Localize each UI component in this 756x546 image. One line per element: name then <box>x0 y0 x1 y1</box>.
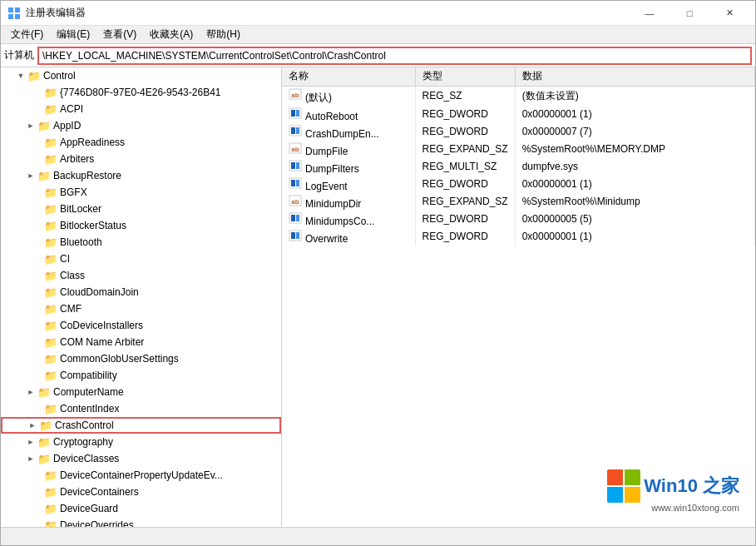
value-data: 0x00000005 (5) <box>515 211 754 228</box>
tree-item-control[interactable]: ▼ 📁 Control <box>1 67 281 84</box>
svg-rect-19 <box>296 180 299 186</box>
tree-item-appreadiness[interactable]: 📁 AppReadiness <box>1 134 281 151</box>
tree-item-class[interactable]: 📁 Class <box>1 267 281 284</box>
menu-favorites[interactable]: 收藏夹(A) <box>143 26 200 43</box>
tree-item-compatibility[interactable]: 📁 Compatibility <box>1 367 281 384</box>
tree-item-acpi[interactable]: 📁 ACPI <box>1 101 281 117</box>
reg-type-icon <box>289 211 302 225</box>
window: 注册表编辑器 — □ ✕ 文件(F) 编辑(E) 查看(V) 收藏夹(A) 帮助… <box>0 0 756 546</box>
tree-item-clouddomainjoin[interactable]: 📁 CloudDomainJoin <box>1 284 281 300</box>
folder-icon: 📁 <box>44 269 57 282</box>
table-row[interactable]: ab(默认)REG_SZ(数值未设置) <box>282 86 755 106</box>
reg-type-icon: ab <box>289 194 302 207</box>
folder-icon: 📁 <box>27 69 41 82</box>
expand-deviceclasses[interactable]: ► <box>24 452 37 465</box>
tree-item-commonglobusersettings[interactable]: 📁 CommonGlobUserSettings <box>1 350 281 367</box>
minimize-button[interactable]: — <box>630 1 669 26</box>
menu-help[interactable]: 帮助(H) <box>200 26 247 43</box>
folder-icon: 📁 <box>44 86 57 99</box>
folder-icon: 📁 <box>44 186 57 199</box>
tree-item-deviceclasses[interactable]: ► 📁 DeviceClasses <box>1 450 281 467</box>
tree-item-bgfx[interactable]: 📁 BGFX <box>1 184 281 201</box>
tree-item-devicecontainerpropertyupdate[interactable]: 📁 DeviceContainerPropertyUpdateEv... <box>1 467 281 484</box>
tree-label: ContentIndex <box>60 403 119 414</box>
address-input[interactable] <box>37 47 752 65</box>
value-type: REG_DWORD <box>415 106 515 123</box>
expand-backuprestore[interactable]: ► <box>24 169 37 182</box>
folder-icon: 📁 <box>37 385 51 399</box>
tree-label: Control <box>43 70 76 82</box>
tree-item-cryptography[interactable]: ► 📁 Cryptography <box>1 434 281 450</box>
tree-item-crashcontrol[interactable]: ► 📁 CrashControl <box>1 417 281 434</box>
menu-edit[interactable]: 编辑(E) <box>50 26 96 43</box>
expand-computername[interactable]: ► <box>24 385 37 399</box>
tree-label: Bluetooth <box>60 236 102 248</box>
value-data: %SystemRoot%\MEMORY.DMP <box>515 141 754 158</box>
svg-rect-7 <box>291 110 295 117</box>
tree-item-appid[interactable]: ► 📁 AppID <box>1 117 281 134</box>
value-name-text: Overwrite <box>305 233 348 245</box>
tree-item-comnamearbiter[interactable]: 📁 COM Name Arbiter <box>1 334 281 350</box>
svg-text:ab: ab <box>291 146 299 153</box>
tree-item-bluetooth[interactable]: 📁 Bluetooth <box>1 234 281 251</box>
table-row[interactable]: CrashDumpEn...REG_DWORD0x00000007 (7) <box>282 123 755 141</box>
value-type: REG_MULTI_SZ <box>415 158 515 176</box>
tree-label: DeviceOverrides <box>60 519 134 527</box>
tree-item-contentindex[interactable]: 📁 ContentIndex <box>1 400 281 417</box>
value-data: (数值未设置) <box>515 86 754 106</box>
value-data: %SystemRoot%\Minidump <box>515 193 754 211</box>
expand-cryptography[interactable]: ► <box>24 435 37 449</box>
svg-rect-15 <box>291 162 295 169</box>
table-row[interactable]: abMinidumpDirREG_EXPAND_SZ%SystemRoot%\M… <box>282 193 755 211</box>
tree-item-computername[interactable]: ► 📁 ComputerName <box>1 384 281 400</box>
table-row[interactable]: abDumpFileREG_EXPAND_SZ%SystemRoot%\MEMO… <box>282 141 755 158</box>
expand-appid[interactable]: ► <box>24 119 37 132</box>
value-name-text: MinidumpDir <box>305 198 361 210</box>
tree-item-bitlockerstatus[interactable]: 📁 BitlockerStatus <box>1 217 281 234</box>
svg-rect-1 <box>15 7 20 12</box>
tree-label: DeviceContainerPropertyUpdateEv... <box>60 469 223 481</box>
tree-item-cmf[interactable]: 📁 CMF <box>1 300 281 317</box>
tree-label: ACPI <box>60 103 83 115</box>
tree-label: COM Name Arbiter <box>60 336 144 348</box>
folder-icon: 📁 <box>44 236 57 249</box>
table-row[interactable]: AutoRebootREG_DWORD0x00000001 (1) <box>282 106 755 123</box>
folder-icon: 📁 <box>44 252 57 266</box>
tree-pane[interactable]: ▼ 📁 Control 📁 {7746D80F-97E0-4E26-9543-2… <box>1 67 282 527</box>
tree-label: Cryptography <box>53 436 113 448</box>
tree-label: BGFX <box>60 186 87 198</box>
tree-label: Arbiters <box>60 153 94 165</box>
tree-item-bitlocker[interactable]: 📁 BitLocker <box>1 201 281 217</box>
close-button[interactable]: ✕ <box>710 1 749 26</box>
tree-item-guid[interactable]: 📁 {7746D80F-97E0-4E26-9543-26B41 <box>1 84 281 101</box>
value-data: 0x00000001 (1) <box>515 228 754 246</box>
tree-item-devicecontainers[interactable]: 📁 DeviceContainers <box>1 484 281 500</box>
tree-label: {7746D80F-97E0-4E26-9543-26B41 <box>60 87 220 98</box>
menu-view[interactable]: 查看(V) <box>96 26 143 43</box>
tree-item-ci[interactable]: 📁 CI <box>1 251 281 267</box>
col-data[interactable]: 数据 <box>515 67 754 86</box>
table-row[interactable]: MinidumpsCo...REG_DWORD0x00000005 (5) <box>282 211 755 228</box>
tree-item-codeviceinstallers[interactable]: 📁 CoDeviceInstallers <box>1 317 281 334</box>
tree-item-deviceguard[interactable]: 📁 DeviceGuard <box>1 500 281 517</box>
table-row[interactable]: DumpFiltersREG_MULTI_SZdumpfve.sys <box>282 158 755 176</box>
tree-item-arbiters[interactable]: 📁 Arbiters <box>1 151 281 167</box>
table-row[interactable]: LogEventREG_DWORD0x00000001 (1) <box>282 176 755 193</box>
expand-crashcontrol[interactable]: ► <box>26 419 39 432</box>
svg-rect-2 <box>8 14 13 19</box>
tree-label-crashcontrol: CrashControl <box>55 419 114 431</box>
expand-control[interactable]: ▼ <box>14 69 27 82</box>
col-name[interactable]: 名称 <box>282 67 415 86</box>
menu-file[interactable]: 文件(F) <box>4 26 50 43</box>
reg-type-icon <box>289 159 302 172</box>
tree-label: BackupRestore <box>53 170 121 181</box>
svg-rect-0 <box>8 7 13 12</box>
maximize-button[interactable]: □ <box>670 1 709 26</box>
tree-item-deviceoverrides[interactable]: 📁 DeviceOverrides <box>1 517 281 527</box>
col-type[interactable]: 类型 <box>415 67 515 86</box>
menu-bar: 文件(F) 编辑(E) 查看(V) 收藏夹(A) 帮助(H) <box>1 26 755 44</box>
value-name: abDumpFile <box>282 141 415 158</box>
tree-label: CMF <box>60 303 82 315</box>
table-row[interactable]: OverwriteREG_DWORD0x00000001 (1) <box>282 228 755 246</box>
tree-item-backuprestore[interactable]: ► 📁 BackupRestore <box>1 167 281 184</box>
